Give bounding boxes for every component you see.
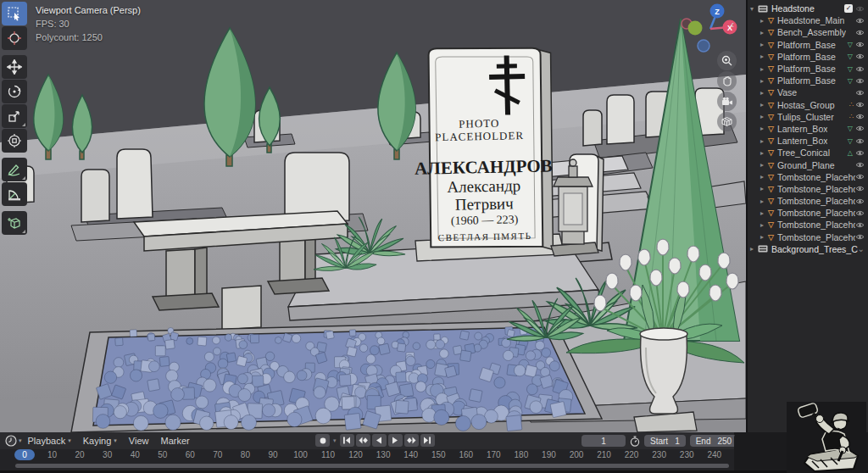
expand-arrow-icon[interactable]: ▸ — [760, 198, 768, 205]
eye-visibility-icon[interactable] — [855, 17, 865, 25]
jump-to-end-button[interactable] — [420, 434, 435, 447]
outliner-panel[interactable]: ▾Headstone✓▸▽Headstone_Main▸▽Bench_Assem… — [746, 0, 868, 432]
eye-visibility-icon[interactable] — [855, 125, 865, 132]
expand-arrow-icon[interactable]: ▸ — [760, 221, 768, 229]
start-frame-field[interactable]: Start1 — [644, 435, 686, 447]
playhead-indicator[interactable]: 0 — [14, 449, 35, 460]
play-reverse-button[interactable] — [372, 434, 387, 447]
collection-eye-icon[interactable] — [855, 5, 865, 13]
expand-arrow-icon[interactable]: ▸ — [760, 185, 768, 192]
outliner-row-tombstone_placehok[interactable]: ▸▽Tombstone_Placehok — [748, 183, 868, 195]
eye-visibility-icon[interactable] — [855, 41, 865, 48]
menu-marker[interactable]: Marker — [160, 436, 189, 446]
outliner-row-platform_base[interactable]: ▸▽Platform_Base▽ — [748, 51, 868, 63]
expand-arrow-icon[interactable]: ▸ — [760, 125, 768, 132]
current-frame-field[interactable]: 1 — [581, 435, 626, 447]
end-frame-field[interactable]: End250 — [690, 435, 737, 447]
timeline-editor[interactable]: ▾ Playback▾ Kaying▾ View Marker ▾ 1 Star… — [0, 432, 868, 473]
expand-arrow-icon[interactable]: ▸ — [760, 113, 768, 120]
measure-tool[interactable] — [2, 182, 27, 206]
outliner-row-background_trees_cone[interactable]: ▸Background_Trees_Cone⌄ — [748, 243, 868, 255]
expand-arrow-icon[interactable]: ▸ — [760, 89, 768, 97]
outliner-row-platform_base[interactable]: ▸▽Platform_Base▽ — [748, 39, 868, 51]
timeline-scrollbar[interactable] — [15, 464, 729, 468]
outliner-row-tree_conical[interactable]: ▸▽Tree_Conical△ — [748, 147, 868, 159]
expand-arrow-icon[interactable]: ▸ — [760, 65, 768, 73]
expand-arrow-icon[interactable]: ▸ — [760, 209, 768, 217]
chevron-down-icon[interactable]: ⌄ — [858, 244, 865, 253]
menu-playback[interactable]: Playback▾ — [28, 436, 71, 446]
timeline-ruler[interactable]: 0102030405060708090100110120130140150160… — [0, 449, 734, 462]
annotate-tool[interactable] — [2, 158, 27, 181]
collapse-arrow-icon[interactable]: ▾ — [750, 5, 758, 13]
editor-type-button[interactable]: ▾ — [5, 435, 22, 447]
eye-visibility-icon[interactable] — [855, 161, 865, 169]
eye-visibility-icon[interactable] — [855, 209, 865, 217]
eye-visibility-icon[interactable] — [855, 173, 865, 181]
menu-keying[interactable]: Kaying▾ — [83, 436, 117, 446]
eye-visibility-icon[interactable] — [855, 101, 865, 109]
eye-visibility-icon[interactable] — [855, 149, 865, 157]
eye-visibility-icon[interactable] — [855, 185, 865, 192]
pan-hand-button[interactable] — [717, 71, 737, 91]
outliner-row-tombstone_placehok[interactable]: ▸▽Tombstone_Placehok — [748, 171, 868, 183]
outliner-row-lantern_box[interactable]: ▸▽Lantern_Box▽ — [748, 135, 868, 147]
expand-arrow-icon[interactable]: ▸ — [760, 101, 768, 109]
eye-visibility-icon[interactable] — [855, 53, 865, 60]
outliner-row-ground_plane[interactable]: ▸▽Ground_Plane — [748, 159, 868, 170]
expand-arrow-icon[interactable]: ▸ — [760, 173, 768, 181]
eye-visibility-icon[interactable] — [855, 77, 865, 85]
expand-arrow-icon[interactable]: ▸ — [760, 41, 768, 48]
transform-tool[interactable] — [2, 129, 27, 153]
record-button[interactable] — [315, 434, 330, 447]
expand-arrow-icon[interactable]: ▸ — [760, 149, 768, 157]
sidebar-collapse-icon[interactable]: ‹ — [731, 19, 734, 31]
rotate-tool[interactable] — [2, 80, 27, 103]
add-cube-tool[interactable] — [2, 211, 27, 235]
outliner-row-lantern_box[interactable]: ▸▽Lantern_Box▽ — [748, 123, 868, 135]
outliner-row-headstone[interactable]: ▾Headstone✓ — [748, 3, 868, 14]
axis-minus-z[interactable] — [698, 40, 709, 52]
outliner-row-hostas_group[interactable]: ▸▽Hostas_Group∴ — [748, 99, 868, 111]
expand-arrow-icon[interactable]: ▸ — [760, 29, 768, 36]
grid-ortho-button[interactable] — [717, 112, 737, 131]
outliner-row-tombstone_placehok[interactable]: ▸▽Tombstone_Placehok — [748, 231, 868, 243]
prev-keyframe-button[interactable] — [356, 434, 370, 447]
eye-visibility-icon[interactable] — [855, 29, 865, 36]
outliner-row-platform_base[interactable]: ▸▽Platform_Base▽ — [748, 63, 868, 75]
3d-viewport[interactable]: PHOTO PLACEHOLDER АЛЕКСАНДРОВ Александр … — [0, 0, 746, 432]
expand-arrow-icon[interactable]: ▸ — [760, 137, 768, 145]
outliner-row-headstone_main[interactable]: ▸▽Headstone_Main — [748, 14, 868, 26]
outliner-row-tombstone_placehok[interactable]: ▸▽Tombstone_Placehok — [748, 219, 868, 231]
outliner-row-tombstone_placehok[interactable]: ▸▽Tombstone_Placehok — [748, 195, 868, 207]
headstone-object[interactable]: PHOTO PLACEHOLDER АЛЕКСАНДРОВ Александр … — [412, 46, 554, 252]
outliner-row-tombstone_placehok[interactable]: ▸▽Tombstone_Placehok — [748, 207, 868, 219]
eye-visibility-icon[interactable] — [855, 89, 865, 97]
play-button[interactable] — [388, 434, 403, 447]
scene-canvas[interactable]: PHOTO PLACEHOLDER АЛЕКСАНДРОВ Александр … — [0, 0, 746, 432]
menu-view[interactable]: View — [129, 436, 149, 446]
outliner-row-vase[interactable]: ▸▽Vase — [748, 86, 868, 98]
zoom-button[interactable] — [717, 51, 737, 70]
eye-visibility-icon[interactable] — [855, 221, 865, 229]
jump-to-start-button[interactable] — [340, 434, 354, 447]
select-box-tool[interactable] — [2, 2, 27, 25]
move-tool[interactable] — [2, 55, 27, 79]
eye-visibility-icon[interactable] — [855, 137, 865, 145]
outliner-row-bench_assembly[interactable]: ▸▽Bench_Assembly — [748, 26, 868, 38]
scale-tool[interactable] — [2, 104, 27, 128]
cursor-tool[interactable] — [2, 26, 27, 50]
camera-view-button[interactable] — [717, 92, 737, 111]
eye-visibility-icon[interactable] — [855, 113, 865, 120]
expand-arrow-icon[interactable]: ▸ — [760, 77, 768, 85]
expand-arrow-icon[interactable]: ▸ — [760, 17, 768, 25]
expand-arrow-icon[interactable]: ▸ — [750, 245, 758, 253]
eye-visibility-icon[interactable] — [855, 198, 865, 205]
next-keyframe-button[interactable] — [404, 434, 419, 447]
expand-arrow-icon[interactable]: ▸ — [760, 233, 768, 241]
expand-arrow-icon[interactable]: ▸ — [760, 53, 768, 60]
outliner-row-tulips_cluster[interactable]: ▸▽Tulips_Cluster∴ — [748, 111, 868, 123]
eye-visibility-icon[interactable] — [855, 233, 865, 241]
axis-y[interactable] — [688, 21, 703, 36]
expand-arrow-icon[interactable]: ▸ — [760, 161, 768, 169]
